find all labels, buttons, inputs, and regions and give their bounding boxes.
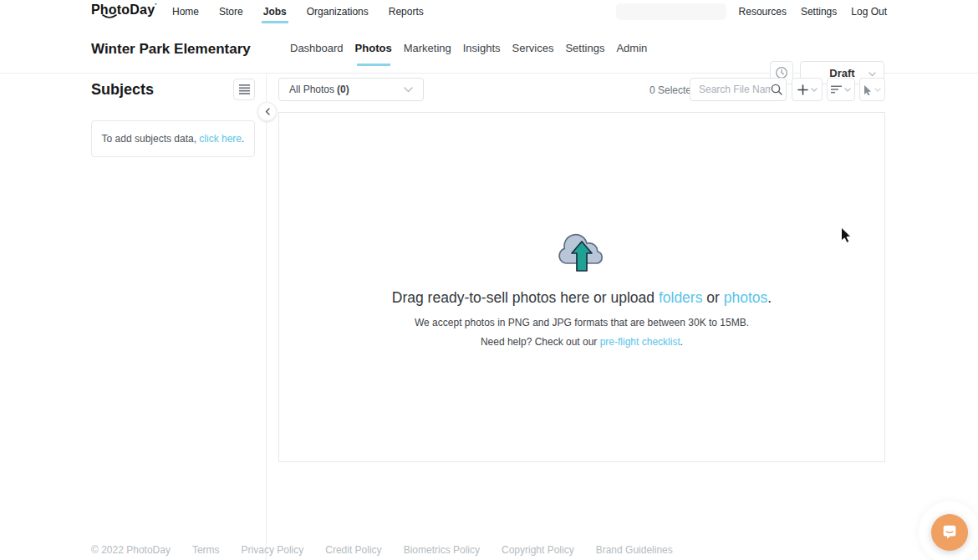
tab-settings[interactable]: Settings — [565, 23, 604, 74]
chevron-left-icon — [265, 108, 270, 115]
logo-trademark: ’ — [155, 2, 156, 9]
chevron-down-icon — [874, 88, 881, 92]
subjects-empty-text: To add subjects data, click here. — [102, 133, 245, 145]
subjects-heading: Subjects — [91, 81, 154, 99]
tab-admin[interactable]: Admin — [616, 23, 647, 74]
footer-brand-guidelines-link[interactable]: Brand Guidelines — [596, 544, 673, 556]
chat-launcher-button[interactable] — [931, 514, 968, 551]
mouse-cursor-icon — [840, 227, 853, 244]
upload-photos-link[interactable]: photos — [724, 289, 768, 306]
photoday-app: PhotoDay’ Home Store Jobs Organizations … — [0, 0, 978, 560]
cloud-upload-icon — [555, 231, 609, 272]
pointer-icon — [863, 84, 872, 95]
nav-resources[interactable]: Resources — [739, 0, 787, 23]
panel-divider — [266, 74, 267, 560]
subjects-header: Subjects — [91, 79, 255, 100]
nav-settings[interactable]: Settings — [801, 0, 837, 23]
add-subjects-link[interactable]: click here — [199, 133, 242, 145]
footer-terms-link[interactable]: Terms — [192, 544, 220, 556]
upload-folders-link[interactable]: folders — [659, 289, 703, 306]
top-nav-right: Resources Settings Log Out — [739, 0, 887, 23]
top-nav: PhotoDay’ Home Store Jobs Organizations … — [0, 0, 978, 23]
chevron-down-icon — [811, 88, 818, 92]
search-icon[interactable] — [771, 84, 782, 95]
footer-credit-policy-link[interactable]: Credit Policy — [325, 544, 381, 556]
nav-reports[interactable]: Reports — [389, 0, 424, 23]
logo-text: PhotoDay — [91, 3, 155, 17]
nav-store[interactable]: Store — [219, 0, 243, 23]
tab-insights[interactable]: Insights — [463, 23, 501, 74]
chevron-down-icon — [868, 72, 876, 77]
search-input[interactable] — [699, 79, 771, 99]
tab-services[interactable]: Services — [512, 23, 554, 74]
plus-icon — [797, 84, 808, 95]
sort-button[interactable] — [827, 78, 855, 101]
job-header: Winter Park Elementary Dashboard Photos … — [0, 23, 978, 74]
tab-marketing[interactable]: Marketing — [404, 23, 451, 74]
page-title: Winter Park Elementary — [91, 41, 251, 58]
footer-copyright: © 2022 PhotoDay — [91, 544, 171, 556]
add-photos-button[interactable] — [792, 78, 823, 101]
photo-dropzone[interactable]: Drag ready-to-sell photos here or upload… — [278, 112, 885, 462]
collapse-panel-button[interactable] — [257, 102, 277, 121]
footer: © 2022 PhotoDay Terms Privacy Policy Cre… — [91, 544, 673, 556]
job-tabs: Dashboard Photos Marketing Insights Serv… — [290, 23, 647, 74]
dropzone-content: Drag ready-to-sell photos here or upload… — [279, 231, 884, 348]
photo-filter-select[interactable]: All Photos (0) — [278, 78, 424, 101]
photo-filter-count: (0) — [337, 84, 349, 95]
nav-logout[interactable]: Log Out — [851, 0, 887, 23]
photo-filter-label: All Photos — [289, 84, 334, 95]
sort-icon — [831, 85, 842, 94]
chevron-down-icon — [844, 88, 851, 92]
photoday-logo[interactable]: PhotoDay’ — [91, 3, 157, 18]
select-mode-button[interactable] — [859, 78, 885, 101]
nav-organizations[interactable]: Organizations — [307, 0, 369, 23]
faded-overlay — [616, 3, 726, 20]
subjects-empty-state: To add subjects data, click here. — [91, 120, 255, 157]
dropzone-formats-text: We accept photos in PNG and JPG formats … — [279, 317, 884, 328]
chevron-down-icon — [404, 87, 413, 93]
subjects-list-view-button[interactable] — [233, 79, 255, 100]
tab-photos[interactable]: Photos — [355, 23, 392, 74]
chat-bubble-icon — [940, 523, 959, 542]
nav-jobs[interactable]: Jobs — [263, 0, 287, 23]
dropzone-help-text: Need help? Check out our pre-flight chec… — [279, 336, 884, 348]
logo-smile-icon — [102, 14, 117, 18]
tab-dashboard[interactable]: Dashboard — [290, 23, 344, 74]
top-nav-items: Home Store Jobs Organizations Reports — [172, 0, 424, 23]
list-icon — [239, 84, 250, 94]
footer-biometrics-policy-link[interactable]: Biometrics Policy — [404, 544, 480, 556]
dropzone-headline: Drag ready-to-sell photos here or upload… — [279, 289, 884, 307]
preflight-checklist-link[interactable]: pre-flight checklist — [600, 336, 680, 348]
footer-copyright-policy-link[interactable]: Copyright Policy — [502, 544, 574, 556]
nav-home[interactable]: Home — [172, 0, 199, 23]
footer-privacy-policy-link[interactable]: Privacy Policy — [242, 544, 304, 556]
search-box — [690, 78, 787, 101]
